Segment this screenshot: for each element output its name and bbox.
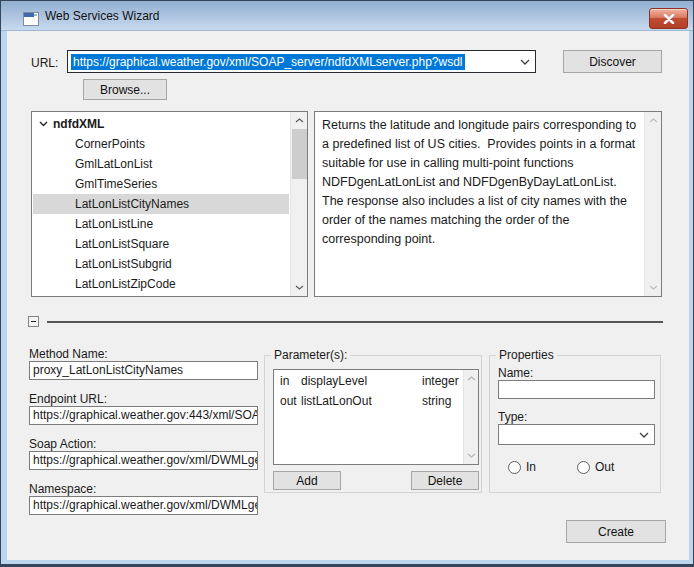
radio-circle-icon [508,461,521,474]
parameters-group: Parameter(s): in displayLevel integer ou… [264,355,482,493]
property-name-field[interactable] [498,380,655,399]
type-dropdown-button[interactable] [633,425,654,444]
namespace-field[interactable]: https://graphical.weather.gov/xml/DWMLge [29,496,258,515]
radio-in-label: In [526,460,536,474]
param-direction: in [280,374,289,388]
discover-button[interactable]: Discover [563,50,662,73]
scroll-down-icon[interactable] [291,279,308,296]
close-icon [663,14,675,24]
tree-item[interactable]: GmlTimeSeries [33,174,289,194]
scroll-up-icon [645,112,662,129]
method-name-field[interactable]: proxy_LatLonListCityNames [29,361,258,380]
tree-item[interactable]: NDFDgen [33,294,289,297]
radio-out-label: Out [595,460,614,474]
section-divider [47,321,663,323]
tree-root-row[interactable]: ndfdXML [33,114,289,134]
property-name-label: Name: [498,366,533,380]
properties-group: Properties Name: Type: In Out [489,355,661,493]
scroll-up-icon[interactable] [291,112,308,129]
param-name: displayLevel [301,374,367,388]
browse-button[interactable]: Browse... [83,79,167,100]
scroll-down-icon [645,279,662,296]
scroll-down-icon [464,447,479,464]
url-combobox[interactable]: https://graphical.weather.gov/xml/SOAP_s… [67,50,536,73]
tree-scrollbar[interactable] [290,112,307,296]
property-type-label: Type: [498,410,527,424]
tree-item-label: LatLonListLine [75,217,153,231]
method-description-box[interactable]: Returns the latitude and longitude pairs… [314,111,662,297]
tree-item[interactable]: LatLonListZipCode [33,274,289,294]
soap-action-field[interactable]: https://graphical.weather.gov/xml/DWMLge [29,451,258,470]
web-services-wizard-dialog: Web Services Wizard URL: https://graphic… [0,0,694,567]
param-type: integer [422,374,459,388]
tree-item-label: GmlTimeSeries [75,177,157,191]
parameters-group-label: Parameter(s): [271,348,350,362]
app-window-icon [23,12,39,26]
properties-group-label: Properties [496,348,557,362]
url-dropdown-button[interactable] [514,51,535,72]
soap-action-label: Soap Action: [29,437,96,451]
tree-item-label: LatLonListCityNames [75,197,189,211]
method-name-label: Method Name: [29,347,108,361]
param-direction: out [280,394,297,408]
url-value: https://graphical.weather.gov/xml/SOAP_s… [71,54,465,70]
chevron-down-icon [639,432,649,438]
property-type-combobox[interactable] [498,424,655,445]
chevron-down-icon [520,59,530,65]
close-button[interactable] [649,8,688,29]
tree-item-label: LatLonListSquare [75,237,169,251]
tree-item[interactable]: LatLonListLine [33,214,289,234]
parameter-row[interactable]: out listLatLonOut string [275,392,462,412]
collapse-toggle[interactable] [28,316,39,327]
tree-scrollbar-thumb[interactable] [292,129,307,179]
scroll-up-icon [464,370,479,387]
titlebar[interactable]: Web Services Wizard [1,1,693,31]
tree-item-label: CornerPoints [75,137,145,151]
description-scrollbar[interactable] [644,112,661,296]
tree-item-label: GmlLatLonList [75,157,152,171]
param-type: string [422,394,451,408]
parameters-scrollbar[interactable] [463,370,478,464]
tree-item-label: LatLonListZipCode [75,277,176,291]
tree-item-label: LatLonListSubgrid [75,257,172,271]
delete-parameter-button[interactable]: Delete [411,471,479,490]
tree-item[interactable]: LatLonListSquare [33,234,289,254]
tree-item[interactable]: LatLonListSubgrid [33,254,289,274]
namespace-label: Namespace: [29,482,96,496]
url-label: URL: [31,56,58,70]
method-description-text: Returns the latitude and longitude pairs… [322,116,639,249]
tree-root-label: ndfdXML [53,117,104,131]
create-button[interactable]: Create [566,520,666,543]
radio-in[interactable]: In [508,460,536,474]
radio-circle-icon [577,461,590,474]
tree-item-selected[interactable]: LatLonListCityNames [33,194,289,214]
endpoint-url-field[interactable]: https://graphical.weather.gov:443/xml/SO… [29,406,258,425]
tree-item[interactable]: GmlLatLonList [33,154,289,174]
param-name: listLatLonOut [301,394,372,408]
parameters-list[interactable]: in displayLevel integer out listLatLonOu… [273,369,479,465]
parameter-row[interactable]: in displayLevel integer [275,372,462,392]
tree-item[interactable]: CornerPoints [33,134,289,154]
endpoint-url-label: Endpoint URL: [29,392,107,406]
tree-expander-icon[interactable] [39,119,48,128]
add-parameter-button[interactable]: Add [273,471,341,490]
radio-out[interactable]: Out [577,460,614,474]
method-tree[interactable]: ndfdXML CornerPoints GmlLatLonList GmlTi… [31,111,308,297]
window-title: Web Services Wizard [45,1,159,31]
